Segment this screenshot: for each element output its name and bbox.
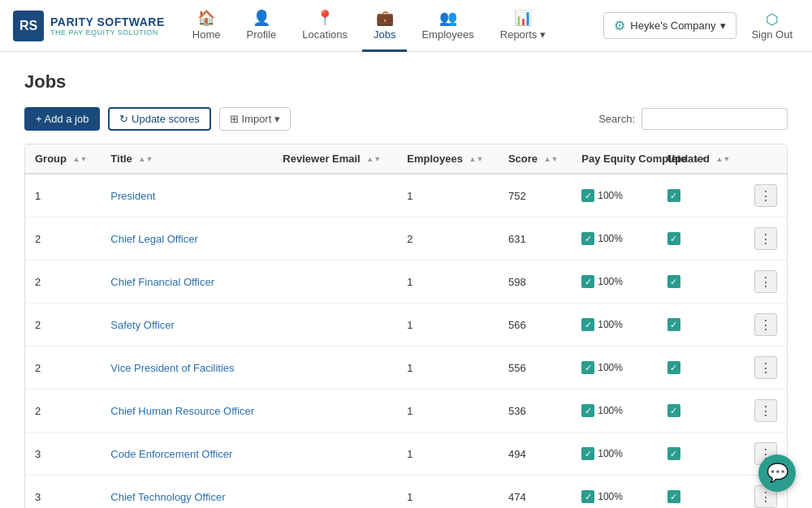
cell-reviewer-email [273,433,397,476]
table-row: 2 Chief Human Resource Officer 1 536 ✓ 1… [25,390,787,433]
cell-pay-equity: ✓ 100% [572,390,658,433]
cell-updated: ✓ [658,347,745,390]
cell-employees: 1 [397,390,499,433]
cell-employees: 1 [397,476,499,509]
employees-icon: 👥 [439,9,457,27]
cell-score: 536 [499,390,572,433]
cell-updated: ✓ [658,260,745,304]
nav-links: 🏠 Home 👤 Profile 📍 Locations 💼 Jobs 👥 Em… [181,0,604,52]
chat-icon: 💬 [767,463,788,484]
pay-equity-check-icon: ✓ [581,232,594,245]
table-row: 2 Chief Financial Officer 1 598 ✓ 100% ✓… [25,260,787,304]
cell-reviewer-email [273,260,397,304]
row-action-button[interactable]: ⋮ [754,399,777,422]
cell-group: 3 [25,433,101,476]
group-sort-icon[interactable]: ▲▼ [73,156,88,163]
signout-button[interactable]: ⬡ Sign Out [745,7,799,44]
score-sort-icon[interactable]: ▲▼ [544,156,559,163]
pay-equity-check-icon: ✓ [581,275,594,288]
company-dropdown[interactable]: ⚙ Heyke's Company ▾ [603,12,736,39]
job-title-link[interactable]: Chief Legal Officer [110,233,197,245]
table-row: 2 Safety Officer 1 566 ✓ 100% ✓ ⋮ [25,304,787,347]
cell-title: Code Enforcement Officer [101,433,273,476]
job-title-link[interactable]: Code Enforcement Officer [110,448,232,460]
company-icon: ⚙ [614,18,625,33]
nav-reports[interactable]: 📊 Reports ▾ [489,0,557,52]
updated-check-icon: ✓ [667,318,680,331]
cell-pay-equity: ✓ 100% [572,347,658,390]
signout-icon: ⬡ [766,11,779,28]
table-row: 1 President 1 752 ✓ 100% ✓ ⋮ [25,174,787,217]
cell-title: Vice President of Facilities [101,347,273,390]
cell-title: Chief Technology Officer [101,476,273,509]
cell-actions: ⋮ [745,390,787,433]
cell-pay-equity: ✓ 100% [572,174,658,217]
logo-text: PARITY SOFTWARE THE PAY EQUITY SOLUTION [50,15,165,37]
locations-icon: 📍 [316,9,334,27]
chat-bubble[interactable]: 💬 [758,454,796,492]
cell-score: 556 [499,347,572,390]
cell-group: 2 [25,347,101,390]
profile-icon: 👤 [253,9,270,27]
title-sort-icon[interactable]: ▲▼ [138,156,153,163]
search-input[interactable] [641,108,788,130]
search-label: Search: [598,113,635,125]
job-title-link[interactable]: Chief Financial Officer [110,276,214,288]
cell-group: 2 [25,217,101,260]
toolbar: + Add a job ↻ Update scores ⊞ Import ▾ S… [24,107,788,131]
employees-sort-icon[interactable]: ▲▼ [469,156,484,163]
nav-jobs-label: Jobs [374,28,395,41]
cell-group: 1 [25,174,101,217]
cell-employees: 1 [397,260,499,304]
table-header-row: Group ▲▼ Title ▲▼ Reviewer Email ▲▼ Empl… [25,144,787,174]
job-title-link[interactable]: Vice President of Facilities [110,362,234,374]
row-action-button[interactable]: ⋮ [754,313,777,336]
cell-actions: ⋮ [745,174,787,217]
nav-profile[interactable]: 👤 Profile [235,0,287,52]
cell-actions: ⋮ [745,260,787,304]
pay-equity-badge: ✓ 100% [581,447,623,460]
pay-equity-check-icon: ✓ [581,318,594,331]
table-row: 3 Chief Technology Officer 1 474 ✓ 100% … [25,476,787,509]
col-actions [745,144,787,174]
reviewer-sort-icon[interactable]: ▲▼ [366,156,381,163]
add-job-button[interactable]: + Add a job [24,107,100,131]
table-row: 2 Chief Legal Officer 2 631 ✓ 100% ✓ ⋮ [25,217,787,260]
col-pay-equity: Pay Equity Complete ▲▼ [572,144,658,174]
cell-actions: ⋮ [745,304,787,347]
nav-employees[interactable]: 👥 Employees [410,0,485,52]
jobs-icon: 💼 [376,9,394,27]
job-title-link[interactable]: Chief Technology Officer [110,491,225,503]
reports-icon: 📊 [514,9,532,27]
import-button[interactable]: ⊞ Import ▾ [219,107,291,131]
cell-title: Safety Officer [101,304,273,347]
cell-pay-equity: ✓ 100% [572,433,658,476]
page-title: Jobs [24,71,788,93]
cell-employees: 1 [397,174,499,217]
pay-equity-badge: ✓ 100% [581,361,623,374]
pay-equity-badge: ✓ 100% [581,490,623,503]
update-scores-button[interactable]: ↻ Update scores [108,107,210,131]
updated-check-icon: ✓ [667,490,680,503]
nav-home[interactable]: 🏠 Home [181,0,232,52]
cell-employees: 1 [397,347,499,390]
job-title-link[interactable]: Safety Officer [110,319,175,331]
nav-jobs[interactable]: 💼 Jobs [362,0,407,52]
chevron-down-icon: ▾ [720,19,726,32]
job-title-link[interactable]: President [110,190,155,202]
updated-check-icon: ✓ [667,232,680,245]
row-action-button[interactable]: ⋮ [754,184,777,207]
updated-sort-icon[interactable]: ▲▼ [715,156,730,163]
row-action-button[interactable]: ⋮ [754,270,777,293]
nav-employees-label: Employees [421,28,473,41]
search-area: Search: [598,108,788,130]
row-action-button[interactable]: ⋮ [754,356,777,379]
row-action-button[interactable]: ⋮ [754,227,777,250]
cell-pay-equity: ✓ 100% [572,476,658,509]
cell-reviewer-email [273,476,397,509]
job-title-link[interactable]: Chief Human Resource Officer [110,405,254,417]
table-row: 3 Code Enforcement Officer 1 494 ✓ 100% … [25,433,787,476]
pay-equity-badge: ✓ 100% [581,318,623,331]
cell-title: Chief Legal Officer [101,217,273,260]
nav-locations[interactable]: 📍 Locations [291,0,359,52]
